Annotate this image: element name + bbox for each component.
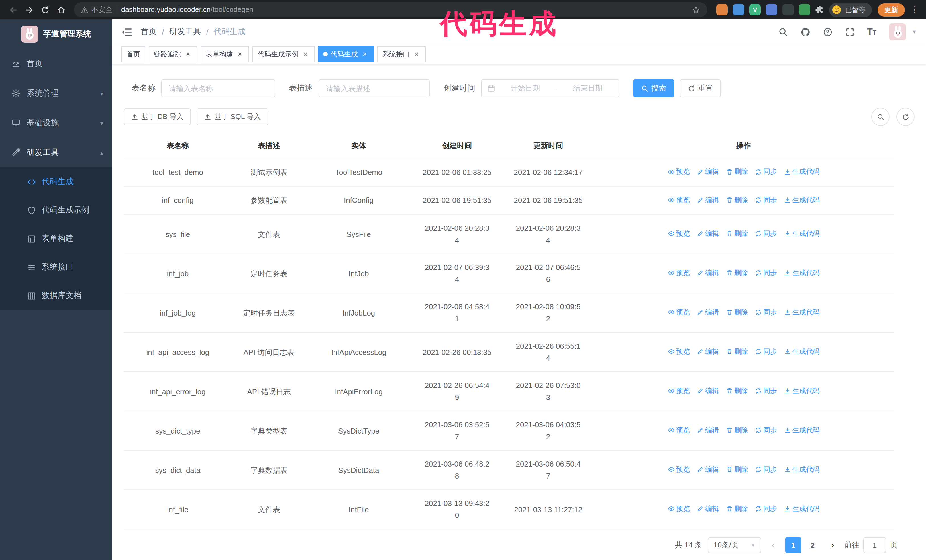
- address-bar[interactable]: 不安全 dashboard.yudao.iocoder.cn/tool/code…: [74, 2, 707, 17]
- sync-action-link[interactable]: 同步: [755, 267, 777, 279]
- eye-action-link[interactable]: 预览: [667, 385, 690, 397]
- sidebar-subitem-codegen-example[interactable]: 代码生成示例: [0, 196, 112, 225]
- tab-system-api[interactable]: 系统接口 ×: [377, 46, 426, 62]
- sync-action-link[interactable]: 同步: [755, 424, 777, 436]
- edit-action-link[interactable]: 编辑: [697, 228, 719, 240]
- browser-forward-button[interactable]: [22, 2, 36, 17]
- close-icon[interactable]: ×: [301, 50, 309, 58]
- edit-action-link[interactable]: 编辑: [697, 503, 719, 515]
- sync-action-link[interactable]: 同步: [755, 228, 777, 240]
- download-action-link[interactable]: 生成代码: [784, 306, 820, 318]
- download-action-link[interactable]: 生成代码: [784, 346, 820, 358]
- eye-action-link[interactable]: 预览: [667, 166, 690, 178]
- sidebar-item-infrastructure[interactable]: 基础设施 ▾: [0, 108, 112, 138]
- github-icon[interactable]: [800, 27, 810, 37]
- sync-action-link[interactable]: 同步: [755, 464, 777, 476]
- goto-page-input[interactable]: [863, 537, 886, 553]
- page-2-button[interactable]: 2: [805, 537, 820, 553]
- sync-action-link[interactable]: 同步: [755, 503, 777, 515]
- tab-form-builder[interactable]: 表单构建 ×: [201, 46, 249, 62]
- table-name-input[interactable]: [161, 79, 275, 97]
- sync-action-link[interactable]: 同步: [755, 194, 777, 206]
- eye-action-link[interactable]: 预览: [667, 194, 690, 206]
- sync-action-link[interactable]: 同步: [755, 385, 777, 397]
- tab-codegen[interactable]: 代码生成 ×: [318, 46, 374, 62]
- trash-action-link[interactable]: 删除: [726, 385, 748, 397]
- trash-action-link[interactable]: 删除: [726, 267, 748, 279]
- trash-action-link[interactable]: 删除: [726, 194, 748, 206]
- sync-action-link[interactable]: 同步: [755, 346, 777, 358]
- eye-action-link[interactable]: 预览: [667, 306, 690, 318]
- edit-action-link[interactable]: 编辑: [697, 424, 719, 436]
- tab-codegen-example[interactable]: 代码生成示例 ×: [253, 46, 315, 62]
- edit-action-link[interactable]: 编辑: [697, 306, 719, 318]
- trash-action-link[interactable]: 删除: [726, 464, 748, 476]
- browser-home-button[interactable]: [54, 2, 68, 17]
- font-size-icon[interactable]: TT: [867, 27, 876, 36]
- sidebar-subitem-system-api[interactable]: 系统接口: [0, 253, 112, 281]
- sidebar-item-dev-tools[interactable]: 研发工具 ▴: [0, 138, 112, 168]
- close-icon[interactable]: ×: [184, 50, 192, 58]
- close-icon[interactable]: ×: [361, 50, 369, 58]
- download-action-link[interactable]: 生成代码: [784, 464, 820, 476]
- close-icon[interactable]: ×: [236, 50, 244, 58]
- edit-action-link[interactable]: 编辑: [697, 194, 719, 206]
- eye-action-link[interactable]: 预览: [667, 228, 690, 240]
- sync-action-link[interactable]: 同步: [755, 306, 777, 318]
- trash-action-link[interactable]: 删除: [726, 503, 748, 515]
- browser-back-button[interactable]: [6, 2, 21, 17]
- search-button[interactable]: 搜索: [633, 79, 674, 97]
- import-sql-button[interactable]: 基于 SQL 导入: [197, 108, 268, 125]
- extension-people-icon[interactable]: [766, 4, 777, 15]
- edit-action-link[interactable]: 编辑: [697, 267, 719, 279]
- prev-page-button[interactable]: ‹: [767, 537, 779, 553]
- extension-blue-icon[interactable]: [733, 4, 744, 15]
- profile-chip[interactable]: 已暂停: [829, 3, 872, 17]
- refresh-table-button[interactable]: [896, 108, 915, 126]
- trash-action-link[interactable]: 删除: [726, 306, 748, 318]
- avatar-caret-icon[interactable]: ▼: [912, 29, 917, 35]
- sidebar-subitem-form-builder[interactable]: 表单构建: [0, 225, 112, 253]
- browser-update-button[interactable]: 更新: [878, 3, 905, 16]
- user-avatar[interactable]: [889, 23, 906, 41]
- download-action-link[interactable]: 生成代码: [784, 228, 820, 240]
- eye-action-link[interactable]: 预览: [667, 424, 690, 436]
- close-icon[interactable]: ×: [413, 50, 421, 58]
- download-action-link[interactable]: 生成代码: [784, 503, 820, 515]
- security-indicator[interactable]: 不安全: [81, 5, 112, 15]
- breadcrumb-home[interactable]: 首页: [141, 27, 157, 37]
- sync-action-link[interactable]: 同步: [755, 166, 777, 178]
- edit-action-link[interactable]: 编辑: [697, 166, 719, 178]
- extension-dark-icon[interactable]: [782, 4, 794, 15]
- sidebar-collapse-icon[interactable]: [121, 27, 132, 37]
- trash-action-link[interactable]: 删除: [726, 228, 748, 240]
- extension-orange-icon[interactable]: [716, 4, 728, 15]
- eye-action-link[interactable]: 预览: [667, 503, 690, 515]
- sidebar-subitem-db-doc[interactable]: 数据库文档: [0, 281, 112, 310]
- reset-button[interactable]: 重置: [680, 79, 721, 97]
- trash-action-link[interactable]: 删除: [726, 424, 748, 436]
- extension-green-icon[interactable]: [799, 4, 810, 15]
- browser-reload-button[interactable]: [38, 2, 53, 17]
- next-page-button[interactable]: ›: [826, 537, 839, 553]
- trash-action-link[interactable]: 删除: [726, 346, 748, 358]
- sidebar-item-home[interactable]: 首页: [0, 49, 112, 78]
- download-action-link[interactable]: 生成代码: [784, 166, 820, 178]
- download-action-link[interactable]: 生成代码: [784, 267, 820, 279]
- toggle-search-button[interactable]: [871, 108, 890, 126]
- extensions-puzzle-icon[interactable]: [815, 5, 825, 15]
- eye-action-link[interactable]: 预览: [667, 267, 690, 279]
- app-logo[interactable]: 芋道管理系统: [0, 20, 112, 49]
- download-action-link[interactable]: 生成代码: [784, 385, 820, 397]
- table-desc-input[interactable]: [319, 79, 430, 97]
- sidebar-item-system[interactable]: 系统管理 ▾: [0, 78, 112, 108]
- browser-menu-icon[interactable]: ⋮: [911, 5, 919, 15]
- extension-vue-devtools-icon[interactable]: V: [749, 4, 761, 15]
- sidebar-subitem-codegen[interactable]: 代码生成: [0, 168, 112, 196]
- download-action-link[interactable]: 生成代码: [784, 194, 820, 206]
- edit-action-link[interactable]: 编辑: [697, 346, 719, 358]
- eye-action-link[interactable]: 预览: [667, 346, 690, 358]
- import-db-button[interactable]: 基于 DB 导入: [124, 108, 191, 125]
- search-icon[interactable]: [778, 27, 788, 37]
- eye-action-link[interactable]: 预览: [667, 464, 690, 476]
